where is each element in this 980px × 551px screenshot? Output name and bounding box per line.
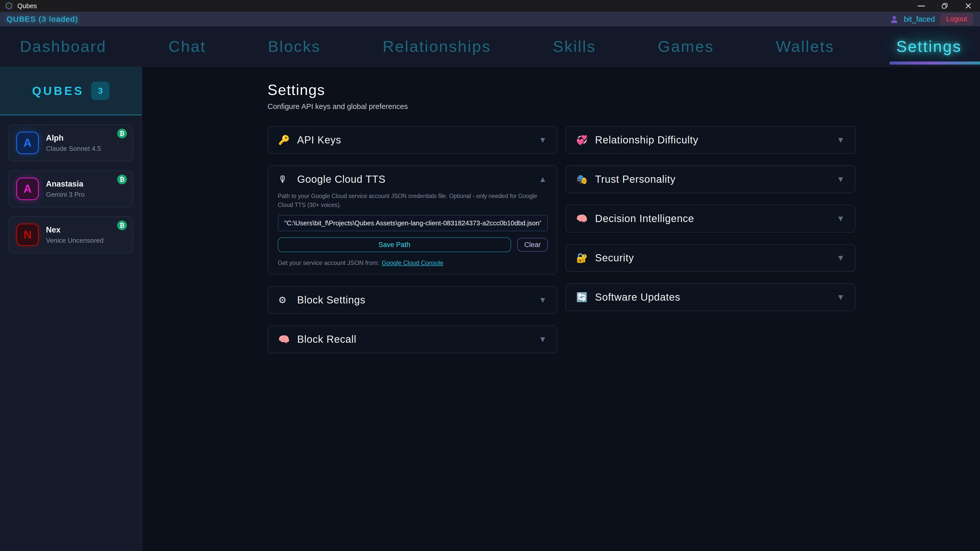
microphone-icon: 🎙	[278, 174, 291, 185]
section-header[interactable]: 🔐 Security ▼	[566, 245, 855, 271]
section-header[interactable]: 🔄 Software Updates ▼	[566, 284, 855, 311]
nav-tab-label: Skills	[553, 38, 596, 55]
section-header[interactable]: 🎙 Google Cloud TTS ▲	[268, 166, 557, 193]
revolving-hearts-icon: 💞	[576, 135, 589, 146]
section-header[interactable]: ⚙ Block Settings ▼	[268, 287, 557, 313]
gear-icon: ⚙	[278, 295, 291, 305]
agent-avatar-letter: A	[24, 137, 32, 149]
close-button[interactable]	[956, 0, 980, 12]
qubes-logo-icon	[5, 2, 13, 10]
tab-skills[interactable]: Skills	[553, 37, 596, 56]
section-header[interactable]: 💞 Relationship Difficulty ▼	[566, 127, 855, 153]
tab-dashboard[interactable]: Dashboard	[20, 37, 107, 56]
agent-card-anastasia[interactable]: A Anastasia Gemini 3 Pro ₿	[9, 170, 133, 207]
agent-count-badge: 3	[91, 82, 110, 100]
bitcoin-badge-icon: ₿	[117, 129, 127, 138]
chevron-icon: ▼	[837, 253, 845, 263]
tab-relationships[interactable]: Relationships	[383, 37, 491, 56]
credentials-path-input[interactable]	[278, 215, 548, 231]
google-cloud-tts-panel: Path to your Google Cloud service accoun…	[268, 192, 557, 274]
nav-tab-label: Dashboard	[20, 38, 107, 55]
section-google-cloud-tts: 🎙 Google Cloud TTS ▲ Path to your Google…	[267, 165, 557, 275]
nav-tab-label: Chat	[169, 38, 206, 55]
section-decision-intelligence: 🧠 Decision Intelligence ▼	[565, 205, 856, 232]
window-controls	[910, 0, 980, 12]
nav-tab-label: Wallets	[776, 38, 834, 55]
tab-chat[interactable]: Chat	[169, 37, 206, 56]
tab-settings[interactable]: Settings	[896, 37, 962, 56]
settings-grid: 🔑 API Keys ▼ 🎙 Google Cloud TTS ▲ Path t…	[267, 126, 980, 353]
chevron-icon: ▼	[837, 292, 845, 302]
section-title: Block Recall	[297, 333, 356, 345]
agent-model: Venice Uncensored	[46, 237, 103, 245]
agent-list: A Alph Claude Sonnet 4.5 ₿ A Anastasia G…	[0, 115, 142, 262]
user-area: bit_faced Logout	[889, 13, 974, 25]
titlebar: Qubes	[0, 0, 980, 12]
tab-blocks[interactable]: Blocks	[268, 37, 321, 56]
tab-wallets[interactable]: Wallets	[776, 37, 834, 56]
section-block-recall: 🧠 Block Recall ▼	[267, 326, 557, 353]
page-title: Settings	[267, 81, 980, 98]
minimize-icon	[918, 6, 925, 6]
tts-description: Path to your Google Cloud service accoun…	[278, 192, 543, 209]
section-title: Block Settings	[297, 294, 365, 306]
section-title: Security	[595, 252, 634, 264]
restore-icon	[941, 2, 948, 10]
section-api-keys: 🔑 API Keys ▼	[267, 126, 557, 154]
save-path-button[interactable]: Save Path	[278, 237, 511, 252]
section-relationship-difficulty: 💞 Relationship Difficulty ▼	[565, 126, 856, 154]
theater-masks-icon: 🎭	[576, 174, 589, 185]
google-cloud-console-link[interactable]: Google Cloud Console	[382, 259, 444, 266]
nav-tab-label: Games	[658, 38, 714, 55]
key-icon: 🔑	[278, 135, 291, 146]
section-header[interactable]: 🎭 Trust Personality ▼	[566, 166, 855, 193]
section-title: Software Updates	[595, 291, 680, 303]
section-trust-personality: 🎭 Trust Personality ▼	[565, 165, 856, 193]
section-header[interactable]: 🧠 Block Recall ▼	[268, 326, 557, 353]
settings-page: Settings Configure API keys and global p…	[142, 67, 980, 551]
maximize-button[interactable]	[933, 0, 956, 12]
agent-name: Anastasia	[46, 179, 85, 189]
agent-avatar: A	[16, 178, 39, 200]
chevron-icon: ▼	[837, 214, 845, 223]
sidebar: QUBES 3 A Alph Claude Sonnet 4.5 ₿ A Ana…	[0, 67, 142, 551]
agent-avatar: N	[16, 224, 39, 246]
logout-button[interactable]: Logout	[940, 13, 974, 25]
chevron-icon: ▼	[539, 335, 547, 344]
clear-button[interactable]: Clear	[517, 238, 548, 252]
agent-model: Claude Sonnet 4.5	[46, 145, 101, 152]
update-arrows-icon: 🔄	[576, 292, 589, 303]
bitcoin-badge-icon: ₿	[117, 175, 127, 184]
agent-avatar: A	[16, 132, 39, 154]
chevron-icon: ▼	[539, 295, 547, 305]
tab-games[interactable]: Games	[658, 37, 714, 56]
agent-avatar-letter: N	[24, 229, 32, 241]
agent-avatar-letter: A	[24, 183, 32, 195]
page-subtitle: Configure API keys and global preference…	[267, 102, 980, 111]
section-software-updates: 🔄 Software Updates ▼	[565, 283, 856, 311]
lock-key-icon: 🔐	[576, 252, 589, 264]
nav-tab-label: Settings	[896, 38, 962, 55]
minimize-button[interactable]	[910, 0, 933, 12]
chevron-icon: ▼	[539, 135, 547, 145]
user-icon	[889, 14, 899, 24]
nav-tab-label: Relationships	[383, 38, 491, 55]
sidebar-title: QUBES	[32, 84, 84, 98]
brain-icon: 🧠	[576, 213, 589, 224]
nav-tab-label: Blocks	[268, 38, 321, 55]
agent-card-nex[interactable]: N Nex Venice Uncensored ₿	[9, 216, 133, 253]
section-security: 🔐 Security ▼	[565, 244, 856, 272]
loaded-status-text: QUBES (3 loaded)	[6, 15, 78, 24]
section-header[interactable]: 🧠 Decision Intelligence ▼	[566, 205, 855, 232]
chevron-icon: ▼	[837, 135, 845, 145]
sidebar-header: QUBES 3	[0, 67, 142, 115]
agent-card-alph[interactable]: A Alph Claude Sonnet 4.5 ₿	[9, 125, 133, 161]
close-icon	[965, 2, 972, 10]
chevron-icon: ▲	[539, 175, 547, 184]
section-header[interactable]: 🔑 API Keys ▼	[268, 127, 557, 153]
main-nav: Dashboard Chat Blocks Relationships Skil…	[0, 26, 980, 67]
section-title: Google Cloud TTS	[297, 173, 386, 185]
section-title: Decision Intelligence	[595, 213, 694, 224]
window-title: Qubes	[18, 2, 37, 10]
settings-column-left: 🔑 API Keys ▼ 🎙 Google Cloud TTS ▲ Path t…	[267, 126, 557, 353]
